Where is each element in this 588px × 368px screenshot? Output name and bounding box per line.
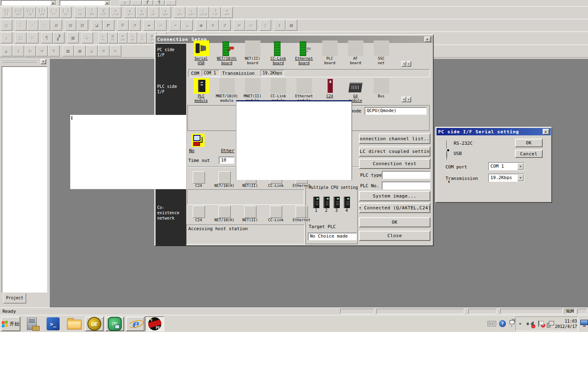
- close-icon[interactable]: ✕: [543, 129, 549, 135]
- tray-clock[interactable]: 11:03 2012/4/17: [555, 319, 577, 329]
- toolbar-icon[interactable]: ⇅: [207, 20, 219, 31]
- toolbar-icon[interactable]: ◱: [1, 20, 12, 31]
- close-icon[interactable]: ✕: [424, 36, 431, 42]
- ladder-symbol-button[interactable]: ∕ caF10: [198, 7, 209, 18]
- interface-option[interactable]: Ethernetboard: [291, 40, 317, 65]
- chevron-down-icon[interactable]: ▼: [517, 175, 523, 181]
- network-icon[interactable]: [547, 321, 554, 327]
- cpu-option[interactable]: 2: [321, 197, 331, 213]
- chevron-down-icon[interactable]: ▼: [517, 163, 523, 170]
- cpu-option[interactable]: 4: [342, 197, 352, 213]
- toolbar-icon[interactable]: ◍: [51, 20, 62, 31]
- toolbar-icon[interactable]: ◩: [103, 20, 114, 31]
- help-icon[interactable]: ?: [499, 320, 506, 327]
- interface-option[interactable]: PLCboard: [317, 40, 343, 65]
- scroll-right-icon[interactable]: ►: [406, 61, 411, 67]
- toolbar-icon[interactable]: ⋰: [27, 20, 38, 31]
- line-connected-button[interactable]: Line Connected (Q/A6TEL,C24)...: [359, 203, 430, 213]
- toolbar-icon[interactable]: ◉: [196, 20, 207, 31]
- toolbar-icon[interactable]: ◭: [1, 45, 12, 56]
- ladder-symbol-button[interactable]: { } F8: [60, 7, 71, 18]
- toolbar-icon[interactable]: ⋮: [131, 0, 142, 5]
- keyboard-layout-icon[interactable]: [488, 321, 496, 326]
- toolbar-icon[interactable]: ⊞: [117, 20, 129, 31]
- action-center-flag-icon[interactable]: ✕: [537, 320, 544, 328]
- wiring-fkey-button[interactable]: ≡ sF6: [118, 32, 127, 43]
- interface-option[interactable]: SerialUSB: [188, 40, 214, 65]
- toolbar-icon[interactable]: ◪: [91, 20, 102, 31]
- toolbar-icon[interactable]: ▯: [260, 20, 271, 31]
- close-icon[interactable]: ✕: [40, 59, 46, 64]
- toolbar-icon[interactable]: ▰: [143, 20, 155, 31]
- ladder-symbol-button[interactable]: ┤├ F5: [1, 7, 12, 18]
- cpu-option[interactable]: 3: [332, 197, 341, 213]
- interface-option[interactable]: PLCmodule: [188, 78, 214, 103]
- toolbar-icon[interactable]: ↗: [169, 20, 181, 31]
- toolbar-icon[interactable]: ▞: [53, 32, 65, 43]
- ladder-symbol-button[interactable]: ╘ F10: [209, 7, 221, 18]
- rs232c-label[interactable]: RS-232C: [454, 141, 472, 146]
- interface-option[interactable]: NET/10(H)board: [214, 40, 240, 65]
- wiring-fkey-button[interactable]: ▤ F6: [108, 32, 118, 43]
- toolbar-icon[interactable]: ⇄: [234, 20, 245, 31]
- toolbar-icon[interactable]: ▜: [154, 0, 165, 5]
- wiring-fkey-button[interactable]: ⊥ F7: [138, 32, 147, 43]
- toolbar-icon[interactable]: ↕: [274, 20, 285, 31]
- ladder-symbol-button[interactable]: ⇟ sF8: [136, 7, 147, 18]
- station-no-label[interactable]: No: [189, 148, 194, 153]
- toolbar-icon[interactable]: ▤: [77, 20, 88, 31]
- network-route-option[interactable]: C24: [186, 171, 212, 188]
- interface-option[interactable]: C24: [317, 78, 343, 103]
- ladder-symbol-button[interactable]: ─ F9: [74, 7, 86, 18]
- ok-button[interactable]: OK: [515, 139, 543, 147]
- toolbar-icon[interactable]: ↴: [13, 45, 24, 56]
- toolbar-icon[interactable]: ▭: [245, 20, 257, 31]
- wiring-fkey-button[interactable]: ▭ F5: [98, 32, 108, 43]
- interface-option[interactable]: MNET/10(H)module: [214, 78, 240, 103]
- ladder-symbol-button[interactable]: ╳ cF9: [98, 7, 109, 18]
- ladder-symbol-button[interactable]: ≠ aF9: [221, 7, 233, 18]
- transmission-select[interactable]: 19.2Kbps▼: [488, 174, 524, 182]
- toolbar-icon[interactable]: ▩: [286, 20, 297, 31]
- toolbar-icon[interactable]: □: [15, 32, 27, 43]
- toolbar-icon[interactable]: ∷: [27, 32, 38, 43]
- interface-option[interactable]: G4module: [343, 78, 368, 103]
- toolbar-icon[interactable]: ¶: [41, 32, 53, 43]
- system-image-button[interactable]: System image...: [359, 191, 430, 201]
- toolbar-icon[interactable]: ⌗: [165, 0, 176, 5]
- chevron-down-icon[interactable]: ▼: [51, 1, 56, 5]
- dialog-titlebar[interactable]: PC side I/F Serial setting ✕: [437, 128, 551, 135]
- network-route-option[interactable]: NET/10(H): [212, 171, 237, 188]
- station-other-label[interactable]: Other: [221, 148, 234, 153]
- ladder-symbol-button[interactable]: ↧ aF8: [160, 7, 171, 18]
- powershell-icon[interactable]: >_: [47, 317, 60, 330]
- ladder-symbol-button[interactable]: ┤/↑ sF6: [36, 7, 48, 18]
- coexistence-option[interactable]: C24: [186, 206, 212, 222]
- scroll-right-icon[interactable]: ►: [406, 96, 411, 102]
- tab-project[interactable]: Project: [3, 294, 26, 303]
- usb-radio[interactable]: [446, 151, 447, 159]
- ladder-symbol-button[interactable]: ⇞ sF7: [124, 7, 136, 18]
- toolbar-icon[interactable]: ◔: [129, 20, 140, 31]
- coexistence-option[interactable]: NET/10(H): [212, 206, 237, 222]
- cpu-option[interactable]: 1: [311, 197, 321, 213]
- timeout-field[interactable]: 10: [219, 157, 234, 164]
- ladder-symbol-button[interactable]: ✶ cF10: [110, 7, 121, 18]
- dock-grip[interactable]: [2, 60, 37, 61]
- interface-option[interactable]: CC-Linkboard: [265, 40, 291, 65]
- toolbar-icon[interactable]: ↻: [24, 45, 36, 56]
- interface-option[interactable]: Ethernetmodule: [291, 78, 317, 103]
- ladder-symbol-button[interactable]: ┤↑├ sF5: [13, 7, 24, 18]
- toolbar-icon[interactable]: ⇵: [219, 20, 231, 31]
- ladder-symbol-button[interactable]: ↥ aF7: [148, 7, 159, 18]
- chevron-up-icon[interactable]: «: [519, 322, 521, 326]
- toolbar-icon[interactable]: ⋮: [15, 20, 27, 31]
- toolbar-combobox[interactable]: ▼: [1, 0, 56, 6]
- scroll-left-icon[interactable]: ◄: [401, 96, 406, 102]
- cancel-button[interactable]: Cancel: [515, 150, 543, 158]
- ok-button[interactable]: OK: [359, 217, 430, 227]
- interface-option[interactable]: CC-Linkmodule: [265, 78, 291, 103]
- toolbar-icon[interactable]: ⇓: [1, 32, 12, 43]
- ladder-symbol-button[interactable]: ↑ aF5: [174, 7, 185, 18]
- toolbar-icon[interactable]: ⇉: [36, 45, 48, 56]
